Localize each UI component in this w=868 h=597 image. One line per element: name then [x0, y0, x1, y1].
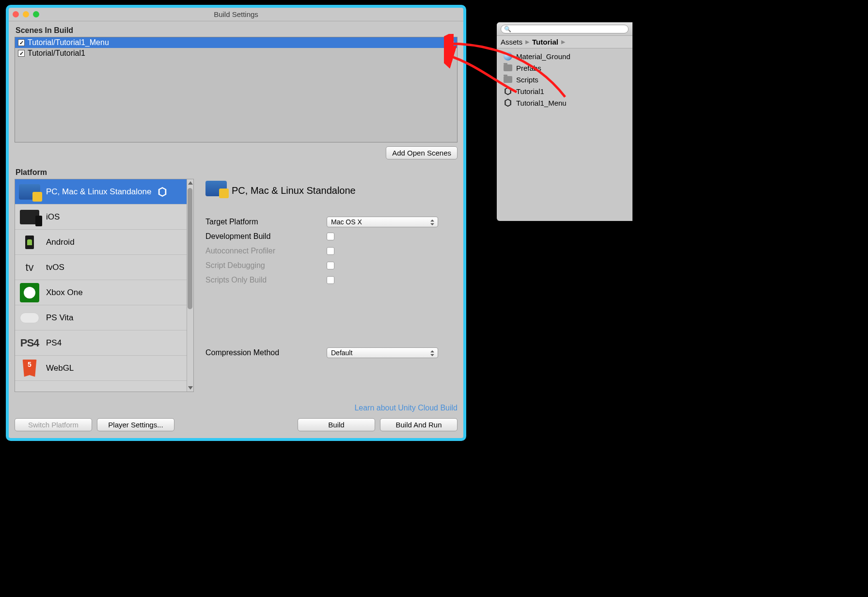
compression-method-select[interactable]: Default: [327, 347, 438, 358]
desktop-icon: [19, 183, 40, 201]
psvita-icon: [19, 309, 40, 327]
html5-icon: [19, 360, 40, 377]
platform-label: Platform: [9, 163, 463, 179]
detail-title: PC, Mac & Linux Standalone: [232, 185, 356, 196]
platform-name: iOS: [46, 212, 60, 222]
crumb-root[interactable]: Assets: [501, 38, 522, 46]
platform-name: Xbox One: [46, 288, 83, 298]
window-title: Build Settings: [214, 10, 258, 18]
close-icon[interactable]: [13, 11, 19, 17]
target-platform-label: Target Platform: [205, 218, 327, 226]
list-item[interactable]: Material_Ground: [497, 50, 632, 62]
folder-icon: [504, 64, 512, 71]
scene-name: Tutorial/Tutorial1: [28, 49, 85, 58]
checkbox-icon[interactable]: [18, 50, 25, 57]
select-value: Default: [331, 349, 352, 357]
platform-item-xboxone[interactable]: Xbox One: [15, 280, 193, 305]
platform-item-tvos[interactable]: tv tvOS: [15, 255, 193, 280]
player-settings-button[interactable]: Player Settings...: [97, 418, 174, 431]
desktop-icon: [205, 181, 225, 200]
crumb-current[interactable]: Tutorial: [532, 38, 558, 46]
search-icon: 🔍: [504, 26, 511, 32]
folder-icon: [504, 76, 512, 83]
switch-platform-button: Switch Platform: [15, 418, 92, 431]
scenes-label: Scenes In Build: [9, 21, 463, 37]
platform-name: PS Vita: [46, 313, 73, 323]
appletv-icon: tv: [19, 259, 40, 276]
scene-row[interactable]: Tutorial/Tutorial1 1: [15, 48, 457, 59]
platform-name: PC, Mac & Linux Standalone: [46, 187, 151, 197]
chevron-right-icon: ▶: [525, 39, 529, 45]
platform-name: Android: [46, 237, 75, 247]
ps4-icon: PS4: [19, 334, 40, 352]
list-item[interactable]: Scripts: [497, 74, 632, 85]
script-debugging-label: Script Debugging: [205, 261, 327, 270]
list-item[interactable]: Tutorial1_Menu: [497, 97, 632, 109]
platform-item-android[interactable]: Android: [15, 230, 193, 255]
build-and-run-button[interactable]: Build And Run: [380, 418, 458, 431]
scene-index: 0: [450, 38, 454, 47]
item-name: Material_Ground: [516, 52, 570, 61]
minimize-icon[interactable]: [23, 11, 29, 17]
zoom-icon[interactable]: [33, 11, 39, 17]
ios-icon: [19, 208, 40, 226]
unity-scene-icon: [504, 87, 512, 95]
platform-list[interactable]: PC, Mac & Linux Standalone iOS Android t…: [15, 179, 194, 392]
scene-index: 1: [450, 49, 454, 58]
unity-icon: [157, 187, 168, 197]
project-list[interactable]: Material_Ground Prefabs Scripts Tutorial…: [497, 48, 632, 110]
search-input[interactable]: 🔍: [501, 25, 629, 33]
platform-name: WebGL: [46, 363, 74, 373]
development-build-checkbox[interactable]: [327, 233, 334, 240]
item-name: Prefabs: [516, 64, 541, 72]
build-button[interactable]: Build: [298, 418, 375, 431]
platform-item-standalone[interactable]: PC, Mac & Linux Standalone: [15, 179, 193, 204]
scripts-only-build-label: Scripts Only Build: [205, 276, 327, 284]
target-platform-select[interactable]: Mac OS X: [327, 217, 438, 227]
platform-item-ios[interactable]: iOS: [15, 204, 193, 230]
platform-item-webgl[interactable]: WebGL: [15, 356, 193, 381]
item-name: Scripts: [516, 76, 538, 84]
select-value: Mac OS X: [331, 218, 362, 226]
add-open-scenes-button[interactable]: Add Open Scenes: [386, 146, 458, 159]
scripts-only-build-checkbox: [327, 276, 334, 284]
scrollbar-thumb[interactable]: [188, 188, 192, 309]
item-name: Tutorial1: [516, 87, 544, 95]
autoconnect-profiler-checkbox: [327, 247, 334, 255]
android-icon: [19, 234, 40, 251]
checkbox-icon[interactable]: [18, 39, 25, 46]
titlebar[interactable]: Build Settings: [9, 8, 463, 21]
platform-name: PS4: [46, 338, 62, 348]
platform-item-psvita[interactable]: PS Vita: [15, 305, 193, 330]
material-icon: [504, 52, 512, 61]
item-name: Tutorial1_Menu: [516, 99, 567, 107]
scroll-up-icon[interactable]: [188, 181, 193, 185]
build-settings-window: Build Settings Scenes In Build Tutorial/…: [6, 5, 466, 441]
development-build-label: Development Build: [205, 232, 327, 241]
xbox-icon: [19, 284, 40, 301]
scenes-list[interactable]: Tutorial/Tutorial1_Menu 0 Tutorial/Tutor…: [15, 37, 458, 142]
platform-item-ps4[interactable]: PS4 PS4: [15, 330, 193, 356]
breadcrumb[interactable]: Assets ▶ Tutorial ▶: [497, 36, 632, 48]
list-item[interactable]: Prefabs: [497, 62, 632, 74]
scene-name: Tutorial/Tutorial1_Menu: [28, 38, 109, 47]
project-panel: 🔍 Assets ▶ Tutorial ▶ Material_Ground Pr…: [497, 22, 632, 221]
list-item[interactable]: Tutorial1: [497, 85, 632, 97]
platform-detail: PC, Mac & Linux Standalone Target Platfo…: [205, 179, 458, 412]
autoconnect-profiler-label: Autoconnect Profiler: [205, 247, 327, 255]
platform-name: tvOS: [46, 263, 64, 272]
scrollbar[interactable]: [187, 179, 193, 392]
scroll-down-icon[interactable]: [188, 386, 193, 390]
chevron-right-icon: ▶: [561, 39, 565, 45]
unity-scene-icon: [504, 98, 512, 107]
scene-row[interactable]: Tutorial/Tutorial1_Menu 0: [15, 37, 457, 48]
compression-method-label: Compression Method: [205, 348, 327, 357]
cloud-build-link[interactable]: Learn about Unity Cloud Build: [354, 404, 458, 412]
script-debugging-checkbox: [327, 262, 334, 269]
